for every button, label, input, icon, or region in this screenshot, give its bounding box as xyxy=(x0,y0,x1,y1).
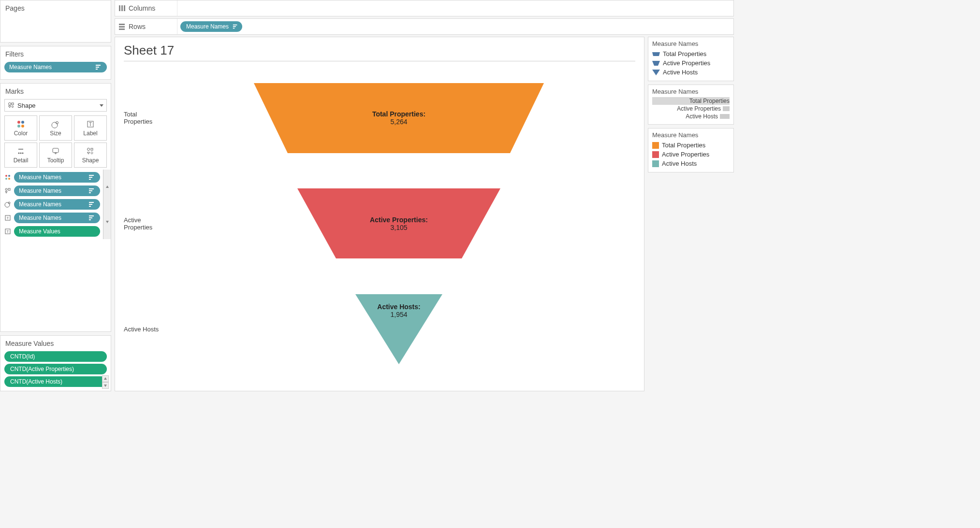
filter-pill-measure-names[interactable]: Measure Names xyxy=(4,62,107,72)
marks-btn-label[interactable]: T Label xyxy=(74,115,107,141)
legend-title: Measure Names xyxy=(652,40,730,47)
pages-card[interactable]: Pages xyxy=(0,0,111,43)
mark-pill[interactable]: Measure Names xyxy=(14,199,100,210)
columns-shelf[interactable]: Columns xyxy=(115,0,734,16)
label-icon: T xyxy=(86,120,95,128)
svg-point-9 xyxy=(17,125,20,128)
legend-item[interactable]: Active Hosts xyxy=(652,68,730,77)
color-swatch-icon xyxy=(652,142,659,149)
pill-label: Measure Names xyxy=(19,174,61,181)
marks-type-select[interactable]: Shape xyxy=(4,99,107,112)
svg-rect-37 xyxy=(89,192,91,193)
mark-encoding-text: T Measure Names xyxy=(2,211,101,225)
pill-label: CNTD(Active Hosts) xyxy=(10,378,62,385)
svg-rect-55 xyxy=(121,5,123,11)
svg-marker-20 xyxy=(55,153,57,154)
legend-item[interactable]: Active Properties xyxy=(652,58,730,68)
marks-card-title: Marks xyxy=(0,84,111,97)
pill-label: CNTD(Id) xyxy=(10,353,35,360)
chevron-down-icon xyxy=(100,104,103,107)
funnel-segment-total[interactable]: Total Properties: 5,264 xyxy=(254,83,544,153)
segment-value: 1,954 xyxy=(390,311,407,318)
rows-pill-measure-names[interactable]: Measure Names xyxy=(180,21,242,32)
mark-pill[interactable]: Measure Values xyxy=(14,226,100,237)
mark-encoding-shape: Measure Names xyxy=(2,184,101,198)
marks-scroll xyxy=(103,170,111,239)
shape-icon xyxy=(8,102,15,109)
marks-btn-color[interactable]: Color xyxy=(4,115,37,141)
pill-label: Measure Names xyxy=(19,201,61,208)
funnel-segment-active-hosts[interactable]: Active Hosts: 1,954 xyxy=(355,294,442,364)
legend-label: Active Properties xyxy=(662,151,709,158)
marks-card: Marks Shape Color Size T Label xyxy=(0,83,111,332)
columns-content[interactable] xyxy=(177,0,733,16)
sheet-title[interactable]: Sheet 17 xyxy=(124,43,635,61)
svg-point-10 xyxy=(21,125,24,128)
marks-encodings: Measure Names Measure Names Measure Name… xyxy=(0,170,103,239)
marks-btn-detail[interactable]: Detail xyxy=(4,143,37,168)
size-legend-item[interactable]: Total Properties xyxy=(652,97,730,105)
legend-item[interactable]: Active Hosts xyxy=(652,159,730,168)
svg-point-16 xyxy=(20,152,22,154)
trapezoid-shallow-icon xyxy=(652,51,660,57)
mv-pill[interactable]: CNTD(Id) xyxy=(4,351,107,362)
mark-pill[interactable]: Measure Names xyxy=(14,172,100,183)
svg-rect-41 xyxy=(89,204,92,205)
viz-wrap: Sheet 17 Total Properties Total Properti… xyxy=(115,37,734,391)
mv-pill[interactable]: CNTD(Active Hosts) xyxy=(4,376,107,387)
scroll-down-button[interactable] xyxy=(103,204,111,239)
svg-point-27 xyxy=(5,178,7,180)
rows-icon xyxy=(115,23,129,30)
size-legend-item[interactable]: Active Hosts xyxy=(652,113,730,120)
svg-point-28 xyxy=(8,178,10,180)
size-icon xyxy=(3,201,12,208)
legend-label: Total Properties xyxy=(652,98,730,104)
svg-rect-60 xyxy=(233,25,237,26)
funnel-chart: Total Properties Total Properties: 5,264… xyxy=(124,65,635,385)
rows-shelf[interactable]: Rows Measure Names xyxy=(115,18,734,35)
text-icon: T xyxy=(3,214,12,221)
svg-point-8 xyxy=(21,121,24,124)
svg-rect-31 xyxy=(89,179,91,180)
scroll-up-button[interactable] xyxy=(103,170,111,204)
mark-pill[interactable]: Measure Names xyxy=(14,186,100,196)
marks-btn-label: Shape xyxy=(82,157,99,164)
svg-point-3 xyxy=(9,103,11,105)
legend-item[interactable]: Total Properties xyxy=(652,141,730,150)
marks-btn-size[interactable]: Size xyxy=(39,115,72,141)
legend-item[interactable]: Total Properties xyxy=(652,49,730,58)
scroll-down-button[interactable] xyxy=(102,382,109,389)
legend-item[interactable]: Active Properties xyxy=(652,150,730,159)
svg-rect-29 xyxy=(89,175,94,176)
marks-btn-shape[interactable]: Shape xyxy=(74,143,107,168)
svg-rect-35 xyxy=(89,188,94,189)
row-header: Total Properties xyxy=(124,111,162,125)
scroll-up-button[interactable] xyxy=(102,375,109,382)
color-swatch-icon xyxy=(652,160,659,167)
segment-label: Total Properties: xyxy=(372,110,425,118)
svg-rect-0 xyxy=(96,65,101,66)
svg-rect-4 xyxy=(12,103,14,105)
svg-marker-24 xyxy=(91,152,93,154)
row-header: Active Hosts xyxy=(124,326,162,333)
segment-value: 3,105 xyxy=(390,224,407,231)
svg-marker-5 xyxy=(9,106,11,108)
rows-content[interactable]: Measure Names xyxy=(177,19,733,34)
svg-text:T: T xyxy=(7,229,9,234)
marks-btn-tooltip[interactable]: Tooltip xyxy=(39,143,72,168)
svg-rect-62 xyxy=(233,28,234,29)
detail-icon xyxy=(16,147,25,156)
trapezoid-icon xyxy=(652,60,660,66)
marks-btn-label: Detail xyxy=(14,157,29,164)
svg-point-32 xyxy=(5,188,7,190)
mv-pill[interactable]: CNTD(Active Properties) xyxy=(4,364,107,374)
svg-rect-58 xyxy=(119,26,125,28)
marks-btn-label: Size xyxy=(50,130,61,137)
text-icon: T xyxy=(3,228,12,235)
size-legend-item[interactable]: Active Properties xyxy=(652,105,730,113)
svg-marker-66 xyxy=(652,52,660,56)
mark-pill[interactable]: Measure Names xyxy=(14,213,100,223)
triangle-icon xyxy=(652,70,660,75)
row-header: Active Properties xyxy=(124,216,162,231)
funnel-segment-active-props[interactable]: Active Properties: 3,105 xyxy=(297,188,500,258)
